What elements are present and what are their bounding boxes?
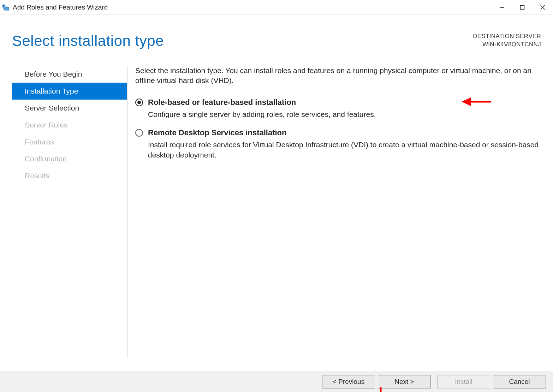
footer-bar: < Previous Next > Install Cancel (0, 371, 553, 392)
sidebar-item-label: Features (25, 138, 54, 146)
intro-text: Select the installation type. You can in… (135, 66, 539, 86)
sidebar-item-label: Installation Type (25, 87, 78, 95)
sidebar-item-label: Server Selection (25, 104, 79, 112)
sidebar-item-features: Features (12, 133, 127, 150)
cancel-button[interactable]: Cancel (493, 375, 546, 388)
content-pane: Select the installation type. You can in… (135, 66, 553, 371)
titlebar: Add Roles and Features Wizard (0, 0, 553, 15)
option-title: Role-based or feature-based installation (148, 97, 539, 108)
window-title: Add Roles and Features Wizard (13, 4, 108, 11)
previous-button[interactable]: < Previous (322, 375, 375, 388)
sidebar-item-label: Before You Begin (25, 70, 82, 78)
wizard-sidebar: Before You Begin Installation Type Serve… (12, 66, 127, 371)
nav-button-group: < Previous Next > (322, 375, 431, 388)
destination-server-label: DESTINATION SERVER (473, 32, 541, 41)
sidebar-item-installation-type[interactable]: Installation Type (12, 83, 127, 100)
sidebar-item-confirmation: Confirmation (12, 150, 127, 167)
option-desc: Install required role services for Virtu… (148, 140, 539, 160)
vertical-divider (127, 66, 127, 358)
option-role-based[interactable]: Role-based or feature-based installation… (135, 97, 539, 120)
window-controls (492, 0, 553, 15)
option-title: Remote Desktop Services installation (148, 127, 539, 138)
svg-rect-4 (521, 5, 524, 9)
maximize-button[interactable] (512, 0, 533, 15)
sidebar-item-label: Results (25, 172, 49, 180)
sidebar-item-label: Server Roles (25, 121, 67, 129)
header-area: Select installation type DESTINATION SER… (0, 15, 553, 49)
option-body: Role-based or feature-based installation… (148, 97, 539, 120)
content-wrapper: Before You Begin Installation Type Serve… (0, 49, 553, 371)
next-button[interactable]: Next > (378, 375, 431, 388)
install-button: Install (437, 375, 490, 388)
option-remote-desktop[interactable]: Remote Desktop Services installation Ins… (135, 127, 539, 160)
wizard-window: Add Roles and Features Wizard Select ins… (0, 0, 553, 392)
close-button[interactable] (533, 0, 553, 15)
destination-server-name: WIN-K4V8QNTCNNJ (473, 41, 541, 49)
svg-rect-2 (5, 7, 9, 10)
sidebar-item-server-roles: Server Roles (12, 117, 127, 133)
sidebar-item-before-you-begin[interactable]: Before You Begin (12, 66, 127, 83)
sidebar-item-label: Confirmation (25, 155, 67, 163)
minimize-button[interactable] (492, 0, 512, 15)
radio-icon[interactable] (135, 99, 143, 106)
body-area: Before You Begin Installation Type Serve… (0, 49, 553, 371)
sidebar-item-server-selection[interactable]: Server Selection (12, 100, 127, 117)
action-button-group: Install Cancel (437, 375, 546, 388)
page-title: Select installation type (12, 32, 164, 49)
option-body: Remote Desktop Services installation Ins… (148, 127, 539, 160)
sidebar-item-results: Results (12, 167, 127, 184)
destination-server-block: DESTINATION SERVER WIN-K4V8QNTCNNJ (473, 32, 541, 49)
app-icon (2, 4, 10, 11)
sidebar-list: Before You Begin Installation Type Serve… (12, 66, 127, 184)
titlebar-left: Add Roles and Features Wizard (2, 4, 108, 11)
radio-icon[interactable] (135, 129, 143, 137)
option-desc: Configure a single server by adding role… (148, 109, 539, 119)
